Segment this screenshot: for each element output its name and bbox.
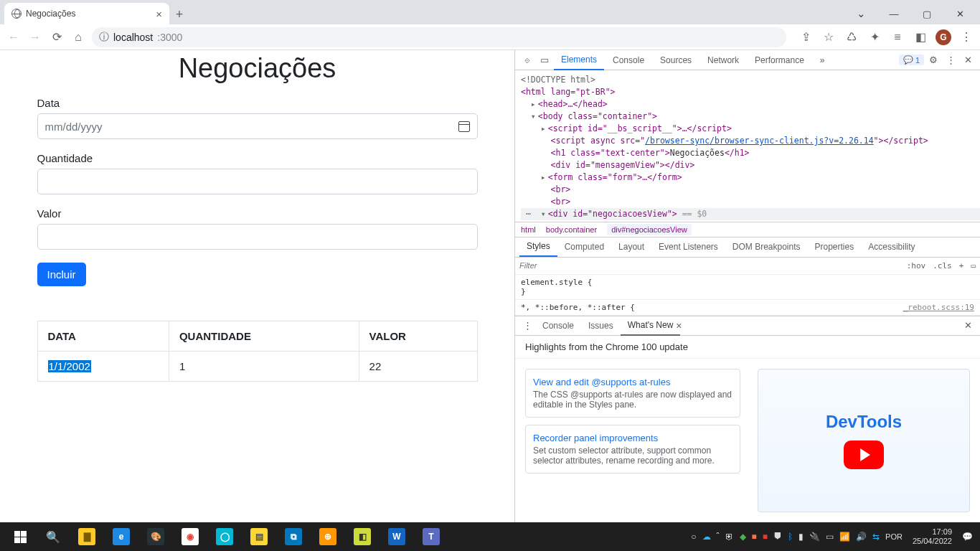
devtools-close-icon[interactable]: ✕ <box>960 55 976 65</box>
tray-clock[interactable]: 17:09 25/04/2022 <box>908 527 956 546</box>
tray-cloud-icon[interactable]: ☁ <box>702 532 711 542</box>
tray-battery-icon[interactable]: ▮ <box>798 532 804 542</box>
tray-volume-icon[interactable]: 🔊 <box>856 532 867 542</box>
taskbar-db[interactable]: ◧ <box>346 522 379 551</box>
tray-app-icon[interactable]: ◆ <box>740 532 746 542</box>
chrome-tab[interactable]: Negociações × <box>4 3 169 24</box>
taskbar-word[interactable]: W <box>380 522 413 551</box>
nav-home-icon[interactable]: ⌂ <box>70 29 86 45</box>
tab-console[interactable]: Console <box>606 50 651 70</box>
whatsnew-card[interactable]: View and edit @supports at-rules The CSS… <box>525 369 740 418</box>
drawer-menu-icon[interactable]: ⋮ <box>519 320 535 331</box>
taskbar-app-orange[interactable]: ⊕ <box>311 522 344 551</box>
taskbar-notepad[interactable]: ▤ <box>242 522 275 551</box>
cls-toggle[interactable]: .cls <box>933 261 952 270</box>
selected-dom-node[interactable]: ⋯ ▾<div id="negociacoesView"> == $0 <box>521 208 980 220</box>
tab-network[interactable]: Network <box>700 50 746 70</box>
reading-list-icon[interactable]: ≡ <box>890 29 905 45</box>
crumb-selected[interactable]: div#negociacoesView <box>607 224 692 235</box>
tray-sync-icon[interactable]: ⇆ <box>872 532 880 542</box>
taskbar-ie[interactable]: e <box>105 522 138 551</box>
input-data[interactable]: mm/dd/yyyy <box>37 113 478 139</box>
tray-chevron-up-icon[interactable]: ˆ <box>717 532 720 542</box>
inspect-icon[interactable]: ⟐ <box>519 55 535 65</box>
side-panel-icon[interactable]: ◧ <box>913 29 928 45</box>
style-rule-element[interactable]: element.style { } <box>515 275 980 300</box>
youtube-icon[interactable] <box>844 441 884 469</box>
system-tray[interactable]: ○ ☁ ˆ ⛨ ◆ ■ ■ ⛊ ᛒ ▮ 🔌 ▭ 📶 🔊 ⇆ POR 17:09 … <box>691 527 976 546</box>
device-toggle-icon[interactable]: ▭ <box>537 55 552 65</box>
new-style-rule-icon[interactable]: + <box>959 261 964 270</box>
nav-forward-icon[interactable]: → <box>27 29 43 45</box>
stab-styles[interactable]: Styles <box>519 237 557 257</box>
start-button[interactable] <box>4 522 36 551</box>
drawer-console[interactable]: Console <box>535 316 581 336</box>
devtools-settings-icon[interactable]: ⚙ <box>925 55 941 65</box>
taskbar-explorer[interactable]: ▇ <box>70 522 103 551</box>
tabs-overflow-icon[interactable]: » <box>813 50 832 70</box>
tray-shield-icon[interactable]: ⛨ <box>725 532 734 542</box>
input-valor[interactable] <box>37 224 478 250</box>
tray-notifications-icon[interactable]: 💬 <box>962 532 973 542</box>
tab-performance[interactable]: Performance <box>748 50 811 70</box>
crumb-html[interactable]: html <box>521 225 536 234</box>
nav-reload-icon[interactable]: ⟳ <box>49 29 65 45</box>
taskbar-paint[interactable]: 🎨 <box>139 522 172 551</box>
kebab-menu-icon[interactable]: ⋮ <box>958 29 974 45</box>
stab-a11y[interactable]: Accessibility <box>861 237 922 257</box>
whatsnew-card[interactable]: Recorder panel improvements Set custom s… <box>525 425 740 474</box>
close-whatsnew-icon[interactable]: × <box>676 320 682 331</box>
profile-avatar[interactable]: G <box>936 29 951 45</box>
address-bar[interactable]: ⓘ localhost:3000 <box>92 27 786 47</box>
card-link[interactable]: View and edit @supports at-rules <box>533 377 670 387</box>
stab-layout[interactable]: Layout <box>611 237 651 257</box>
stab-dombp[interactable]: DOM Breakpoints <box>725 237 808 257</box>
calendar-icon[interactable] <box>458 121 470 132</box>
nav-back-icon[interactable]: ← <box>6 29 22 45</box>
taskbar-teams[interactable]: T <box>415 522 448 551</box>
style-source-link[interactable]: _reboot.scss:19 <box>903 303 974 312</box>
tray-language[interactable]: POR <box>885 532 903 541</box>
tray-bluetooth-icon[interactable]: ᛒ <box>788 532 793 542</box>
devtools-promo[interactable]: DevTools <box>758 369 970 513</box>
tray-wifi-icon[interactable]: 📶 <box>839 532 850 542</box>
taskbar-chrome[interactable]: ◉ <box>174 522 207 551</box>
input-quantidade[interactable] <box>37 169 478 194</box>
tray-circle-icon[interactable]: ○ <box>691 532 696 542</box>
tray-network-icon[interactable]: ▭ <box>826 532 834 542</box>
tray-app-icon[interactable]: ■ <box>763 532 768 542</box>
style-rule-universal[interactable]: _reboot.scss:19 *, *::before, *::after { <box>515 300 980 316</box>
issues-badge[interactable]: 💬1 <box>899 55 924 65</box>
tray-app-icon[interactable]: ■ <box>752 532 757 542</box>
tray-power-icon[interactable]: 🔌 <box>809 532 820 542</box>
taskbar-vscode[interactable]: ⧉ <box>277 522 310 551</box>
window-minimize-icon[interactable]: — <box>878 3 910 24</box>
share-icon[interactable]: ⇪ <box>798 29 814 45</box>
new-tab-button[interactable]: + <box>169 4 189 24</box>
tray-defender-icon[interactable]: ⛊ <box>773 532 782 542</box>
drawer-close-icon[interactable]: ✕ <box>960 320 976 331</box>
extensions-icon[interactable]: ✦ <box>867 29 882 45</box>
taskbar-cortana[interactable]: ◯ <box>208 522 241 551</box>
window-close-icon[interactable]: ✕ <box>944 3 976 24</box>
crumb-body[interactable]: body.container <box>546 225 597 234</box>
computed-toggle-icon[interactable]: ▭ <box>971 261 976 270</box>
bookmark-star-icon[interactable]: ☆ <box>821 29 837 45</box>
tab-sources[interactable]: Sources <box>653 50 699 70</box>
window-maximize-icon[interactable]: ▢ <box>911 3 943 24</box>
site-info-icon[interactable]: ⓘ <box>99 31 109 44</box>
tab-elements[interactable]: Elements <box>554 50 604 70</box>
incluir-button[interactable]: Incluir <box>37 263 86 286</box>
devtools-menu-icon[interactable]: ⋮ <box>943 55 958 65</box>
stab-listeners[interactable]: Event Listeners <box>651 237 725 257</box>
card-link[interactable]: Recorder panel improvements <box>533 433 658 443</box>
drawer-whatsnew[interactable]: What's New <box>621 316 681 336</box>
search-icon[interactable]: 🔍 <box>37 522 69 551</box>
hov-toggle[interactable]: :hov <box>907 261 926 270</box>
styles-filter-input[interactable] <box>519 261 901 270</box>
tab-search-icon[interactable]: ⌄ <box>845 3 877 24</box>
dom-tree[interactable]: <!DOCTYPE html> <html lang="pt-BR"> ▸<he… <box>515 70 980 222</box>
drawer-issues[interactable]: Issues <box>581 316 621 336</box>
breadcrumbs[interactable]: html body.container div#negociacoesView <box>515 222 980 237</box>
stab-computed[interactable]: Computed <box>557 237 611 257</box>
